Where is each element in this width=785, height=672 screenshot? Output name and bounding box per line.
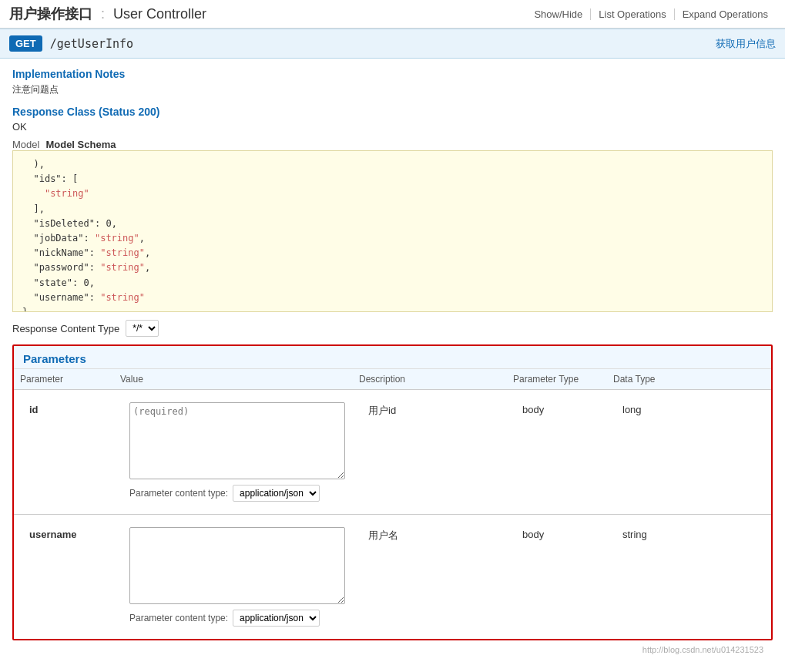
response-content-type: Response Content Type */* xyxy=(12,320,773,337)
param-datatype-id: long xyxy=(616,398,762,422)
param-type-id: body xyxy=(516,398,616,422)
param-name-username: username xyxy=(23,522,123,546)
expand-operations-link[interactable]: Expand Operations xyxy=(675,8,776,20)
param-value-username: Parameter content type: application/json xyxy=(123,522,362,631)
param-content-type-label-username: Parameter content type: xyxy=(129,613,228,623)
table-row: username Parameter content type: applica… xyxy=(14,514,771,639)
get-bar-left: GET /getUserInfo xyxy=(9,35,133,52)
title-english: User Controller xyxy=(113,6,206,22)
param-content-type-select-id[interactable]: application/json xyxy=(233,485,320,502)
page-wrapper: 用户操作接口 : User Controller Show/Hide List … xyxy=(0,0,785,672)
param-textarea-id[interactable] xyxy=(129,402,345,479)
param-content-type-id: Parameter content type: application/json xyxy=(129,485,356,502)
model-tabs: Model Model Schema xyxy=(12,139,773,150)
model-schema-tab[interactable]: Model Schema xyxy=(45,139,116,150)
implementation-notes-subtitle: 注意问题点 xyxy=(12,83,773,96)
parameters-section: Parameters Parameter Value Description P… xyxy=(12,344,773,640)
parameters-title: Parameters xyxy=(23,352,762,365)
response-class: Response Class (Status 200) OK xyxy=(12,106,773,133)
response-content-type-label: Response Content Type xyxy=(12,323,119,334)
get-description: 获取用户信息 xyxy=(716,37,776,51)
get-method-badge: GET xyxy=(9,35,42,52)
response-status-text: OK xyxy=(12,121,773,133)
param-content-type-select-username[interactable]: application/json xyxy=(233,610,320,627)
show-hide-link[interactable]: Show/Hide xyxy=(526,8,591,20)
header-nav: Show/Hide List Operations Expand Operati… xyxy=(526,8,776,20)
param-name-id: id xyxy=(23,398,123,422)
model-tab[interactable]: Model xyxy=(12,139,39,150)
col-parameter: Parameter xyxy=(14,371,114,388)
implementation-notes-title: Implementation Notes xyxy=(12,68,773,80)
page-title: 用户操作接口 : User Controller xyxy=(9,5,206,23)
col-parameter-type: Parameter Type xyxy=(507,371,607,388)
param-type-username: body xyxy=(516,522,616,546)
response-content-type-select[interactable]: */* xyxy=(126,320,159,337)
title-chinese: 用户操作接口 xyxy=(9,6,92,22)
param-content-type-username: Parameter content type: application/json xyxy=(129,610,356,627)
get-path: /getUserInfo xyxy=(50,37,133,51)
header: 用户操作接口 : User Controller Show/Hide List … xyxy=(0,0,785,29)
param-desc-username: 用户名 xyxy=(362,522,516,549)
col-data-type: Data Type xyxy=(607,371,771,388)
get-bar: GET /getUserInfo 获取用户信息 xyxy=(0,29,785,59)
footer-watermark: http://blog.csdn.net/u014231523 xyxy=(12,640,773,659)
main-content: Implementation Notes 注意问题点 Response Clas… xyxy=(0,59,785,668)
response-class-title: Response Class (Status 200) xyxy=(12,106,773,118)
param-datatype-username: string xyxy=(616,522,762,546)
table-row: id Parameter content type: application/j… xyxy=(14,389,771,514)
implementation-notes: Implementation Notes 注意问题点 xyxy=(12,68,773,96)
watermark-text: http://blog.csdn.net/u014231523 xyxy=(642,645,763,654)
param-textarea-username[interactable] xyxy=(129,527,345,604)
param-value-id: Parameter content type: application/json xyxy=(123,398,362,506)
col-value: Value xyxy=(114,371,353,388)
title-separator: : xyxy=(101,6,109,22)
param-content-type-label-id: Parameter content type: xyxy=(129,488,228,499)
param-desc-id: 用户id xyxy=(362,398,516,424)
list-operations-link[interactable]: List Operations xyxy=(591,8,674,20)
parameters-header: Parameters xyxy=(14,346,771,368)
col-description: Description xyxy=(353,371,507,388)
code-block: ), "ids": [ "string" ], "isDeleted": 0, … xyxy=(12,150,773,312)
